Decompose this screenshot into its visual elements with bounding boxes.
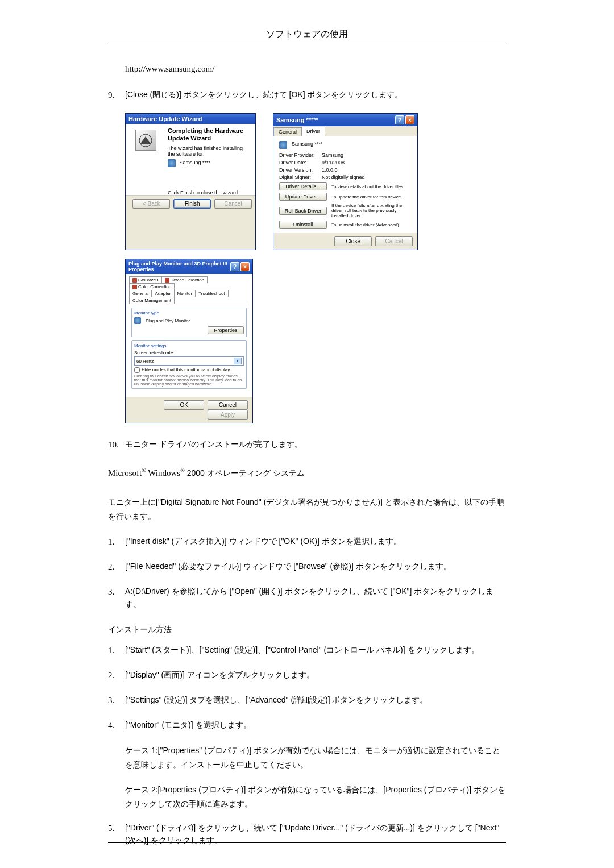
listB-item-3: 3. ["Settings" (設定)] タブを選択し、["Advanced" …: [108, 693, 506, 707]
tab-geforce[interactable]: GeForce3: [129, 276, 162, 283]
list-number: 2.: [108, 668, 125, 682]
wizard-titlebar: Hardware Update Wizard: [126, 114, 255, 124]
monitor-icon: [168, 159, 176, 167]
finish-button[interactable]: Finish: [173, 199, 211, 209]
header-rule: [108, 44, 506, 44]
wizard-heading: Completing the Hardware Update Wizard: [168, 127, 251, 142]
svg-marker-0: [140, 136, 151, 144]
wizard-finish-hint: Click Finish to close the wizard.: [168, 190, 251, 196]
hardware-update-wizard-window: Hardware Update Wizard Completing the Ha…: [125, 113, 256, 250]
step-number: 9.: [108, 88, 125, 102]
back-button: < Back: [132, 199, 170, 209]
tab-monitor[interactable]: Monitor: [174, 290, 196, 297]
date-value: 9/11/2008: [322, 160, 345, 165]
tab-colorcorr-label: Color Correction: [138, 284, 171, 289]
hide-modes-desc: Clearing this check box allows you to se…: [134, 374, 244, 386]
step-text: [Close (閉じる)] ボタンをクリックし、続けて [OK] ボタンをクリッ…: [125, 88, 506, 102]
list-text: ["File Needed" (必要なファイル)] ウィンドウで ["Brows…: [125, 560, 506, 574]
list-text: ["Settings" (設定)] タブを選択し、["Advanced" (詳細…: [125, 693, 506, 707]
listB-item-1: 1. ["Start" (スタート)]、["Setting" (設定)]、["C…: [108, 643, 506, 657]
wizard-desc: The wizard has finished installing the s…: [168, 146, 251, 157]
tab-color-correction[interactable]: Color Correction: [129, 283, 175, 290]
list-number: 1.: [108, 643, 125, 657]
ok-button[interactable]: OK: [164, 400, 204, 410]
refresh-rate-label: Screen refresh rate:: [134, 350, 244, 355]
provider-label: Driver Provider:: [279, 152, 322, 158]
list-number: 1.: [108, 535, 125, 549]
os-line: Microsoft® Windows® 2000 オペレーティング システム: [108, 466, 506, 481]
help-icon[interactable]: ?: [395, 115, 404, 124]
help-icon[interactable]: ?: [230, 262, 239, 271]
driver-properties-window: Samsung ***** ? × General Driver Samsung…: [273, 113, 418, 250]
list-number: 5.: [108, 821, 125, 847]
rollback-driver-button[interactable]: Roll Back Driver: [279, 207, 327, 215]
list-number: 4.: [108, 719, 125, 732]
tab-troubleshoot[interactable]: Troubleshoot: [195, 290, 228, 297]
close-button[interactable]: Close: [334, 236, 372, 246]
monitor-settings-group: Monitor settings Screen refresh rate: 60…: [131, 340, 247, 389]
monitor-type-label: Monitor type: [134, 310, 244, 315]
properties-button[interactable]: Properties: [208, 326, 244, 334]
device-name: Samsung ****: [292, 141, 323, 149]
nvidia-icon: [165, 278, 169, 283]
monitor-settings-label: Monitor settings: [134, 343, 244, 348]
tab-general[interactable]: General: [129, 290, 152, 297]
wizard-icon-panel: [126, 124, 165, 195]
list-text: ["Driver" (ドライバ)] をクリックし、続いて ["Update Dr…: [125, 821, 506, 847]
list-text: ["Monitor" (モニタ)] を選択します。: [125, 719, 506, 732]
driver-details-desc: To view details about the driver files.: [331, 184, 412, 189]
install-heading: インストール方法: [108, 625, 506, 635]
update-driver-desc: To update the driver for this device.: [331, 194, 412, 200]
hide-modes-checkbox[interactable]: [134, 367, 140, 373]
tab-color-management[interactable]: Color Management: [129, 297, 175, 304]
list-text: ["Display" (画面)] アイコンをダブルクリックします。: [125, 668, 506, 682]
uninstall-button[interactable]: Uninstall: [279, 221, 327, 229]
listA-item-2: 2. ["File Needed" (必要なファイル)] ウィンドウで ["Br…: [108, 560, 506, 574]
listA-item-1: 1. ["Insert disk" (ディスク挿入)] ウィンドウで ["OK"…: [108, 535, 506, 549]
list-number: 2.: [108, 560, 125, 574]
pnp-title-text: Plug and Play Monitor and 3D Prophet III…: [128, 261, 230, 272]
listB-item-2: 2. ["Display" (画面)] アイコンをダブルクリックします。: [108, 668, 506, 682]
wizard-title-text: Hardware Update Wizard: [128, 115, 202, 122]
chevron-down-icon[interactable]: ▾: [234, 358, 242, 364]
nvidia-icon: [132, 285, 137, 289]
list-number: 3.: [108, 585, 125, 610]
wizard-hardware-icon: [135, 130, 156, 151]
cancel-button: Cancel: [214, 199, 252, 209]
props-tabs: General Driver: [273, 126, 417, 136]
provider-value: Samsung: [322, 152, 343, 158]
tab-general[interactable]: General: [273, 127, 302, 136]
tab-device-selection[interactable]: Device Selection: [161, 276, 208, 283]
digital-signature-paragraph: モニター上に["Digital Signature Not Found" (デジ…: [108, 495, 506, 524]
date-label: Driver Date:: [279, 160, 322, 165]
figures-row-1: Hardware Update Wizard Completing the Ha…: [125, 113, 506, 250]
close-icon[interactable]: ×: [405, 115, 414, 124]
monitor-name: Plug and Play Monitor: [146, 318, 190, 323]
wizard-item: Samsung ****: [168, 159, 251, 167]
cancel-button[interactable]: Cancel: [208, 400, 248, 410]
driver-details-button[interactable]: Driver Details...: [279, 182, 327, 190]
step-number: 10.: [108, 438, 125, 451]
update-driver-button[interactable]: Update Driver...: [279, 193, 327, 201]
samsung-url: http://www.samsung.com/: [125, 64, 506, 74]
tab-driver[interactable]: Driver: [301, 127, 325, 136]
figures-row-2: Plug and Play Monitor and 3D Prophet III…: [125, 259, 506, 423]
refresh-rate-select[interactable]: 60 Hertz ▾: [134, 356, 244, 366]
signer-label: Digital Signer:: [279, 175, 322, 180]
tab-devsel-label: Device Selection: [171, 277, 205, 283]
version-label: Driver Version:: [279, 167, 322, 173]
nvidia-icon: [132, 278, 137, 283]
monitor-icon: [279, 141, 287, 149]
tab-adapter[interactable]: Adapter: [151, 290, 174, 297]
props-titlebar: Samsung ***** ? ×: [273, 114, 417, 126]
hide-modes-label: Hide modes that this monitor cannot disp…: [142, 367, 230, 373]
listB-item-4-case1: ケース 1:["Properties" (プロパティ)] ボタンが有効でない場合…: [125, 744, 506, 772]
uninstall-desc: To uninstall the driver (Advanced).: [331, 222, 412, 227]
tab-geforce-label: GeForce3: [138, 277, 159, 283]
list-number: 3.: [108, 693, 125, 707]
close-icon[interactable]: ×: [240, 262, 250, 271]
listA-item-3: 3. A:(D:\Driver) を参照してから ["Open" (開く)] ボ…: [108, 585, 506, 610]
step-9: 9. [Close (閉じる)] ボタンをクリックし、続けて [OK] ボタンを…: [108, 88, 506, 102]
listB-item-5: 5. ["Driver" (ドライバ)] をクリックし、続いて ["Update…: [108, 821, 506, 847]
wizard-item-text: Samsung ****: [180, 160, 211, 166]
